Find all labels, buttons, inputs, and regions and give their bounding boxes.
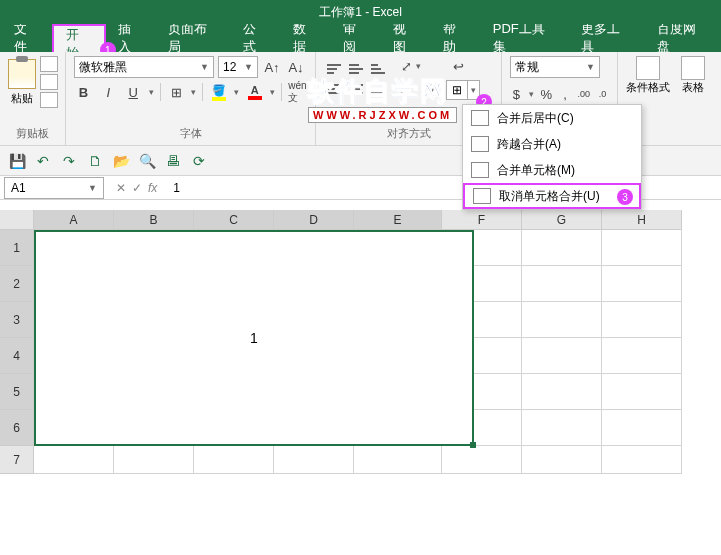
cell[interactable] xyxy=(602,338,682,374)
cell[interactable] xyxy=(602,230,682,266)
align-left-icon[interactable] xyxy=(324,79,344,97)
percent-button[interactable]: % xyxy=(540,84,553,104)
chevron-down-icon[interactable]: ▾ xyxy=(529,89,534,99)
menu-review[interactable]: 审阅 xyxy=(331,24,381,52)
number-format-select[interactable]: 常规 ▼ xyxy=(510,56,600,78)
decrease-decimal-icon[interactable]: .0 xyxy=(596,84,609,104)
redo-icon[interactable]: ↷ xyxy=(60,152,78,170)
cell[interactable] xyxy=(602,374,682,410)
chevron-down-icon[interactable]: ▾ xyxy=(270,87,275,97)
row-header[interactable]: 7 xyxy=(0,446,34,474)
merge-across-item[interactable]: 跨越合并(A) xyxy=(463,131,641,157)
increase-font-icon[interactable]: A↑ xyxy=(262,57,282,77)
cell[interactable] xyxy=(602,266,682,302)
align-right-icon[interactable] xyxy=(368,79,388,97)
merge-center-item[interactable]: 合并后居中(C) xyxy=(463,105,641,131)
col-header[interactable]: D xyxy=(274,210,354,230)
format-painter-icon[interactable] xyxy=(40,92,58,108)
row-header[interactable]: 1 xyxy=(0,230,34,266)
phonetic-button[interactable]: wén文 xyxy=(288,82,307,102)
cancel-formula-icon[interactable]: ✕ xyxy=(116,181,126,195)
cell[interactable] xyxy=(354,446,442,474)
cell[interactable] xyxy=(522,338,602,374)
col-header[interactable]: E xyxy=(354,210,442,230)
border-button[interactable]: ⊞ xyxy=(167,82,186,102)
cell[interactable] xyxy=(442,446,522,474)
cell[interactable] xyxy=(602,410,682,446)
font-name-select[interactable]: 微软雅黑 ▼ xyxy=(74,56,214,78)
row-header[interactable]: 5 xyxy=(0,374,34,410)
currency-button[interactable]: $ xyxy=(510,84,523,104)
font-color-button[interactable]: A xyxy=(245,82,264,102)
save-icon[interactable]: 💾 xyxy=(8,152,26,170)
col-header[interactable]: B xyxy=(114,210,194,230)
col-header[interactable]: H xyxy=(602,210,682,230)
name-box[interactable]: A1 ▼ xyxy=(4,177,104,199)
merge-cells-item[interactable]: 合并单元格(M) xyxy=(463,157,641,183)
merged-cell-selection[interactable]: 1 xyxy=(34,230,474,446)
decrease-font-icon[interactable]: A↓ xyxy=(286,57,306,77)
cell[interactable] xyxy=(522,446,602,474)
row-header[interactable]: 6 xyxy=(0,410,34,446)
menu-formula[interactable]: 公式 xyxy=(231,24,281,52)
cell[interactable] xyxy=(522,266,602,302)
menu-data[interactable]: 数据 xyxy=(281,24,331,52)
conditional-format-button[interactable]: 条件格式 xyxy=(626,56,670,95)
col-header[interactable]: A xyxy=(34,210,114,230)
cell[interactable] xyxy=(522,374,602,410)
col-header[interactable]: C xyxy=(194,210,274,230)
accept-formula-icon[interactable]: ✓ xyxy=(132,181,142,195)
bold-button[interactable]: B xyxy=(74,82,93,102)
table-format-button[interactable]: 表格 xyxy=(678,56,708,95)
cell[interactable] xyxy=(522,230,602,266)
fx-icon[interactable]: fx xyxy=(148,181,157,195)
cell[interactable] xyxy=(274,446,354,474)
increase-decimal-icon[interactable]: .00 xyxy=(577,84,590,104)
menu-pdf[interactable]: PDF工具集 xyxy=(481,24,570,52)
chevron-down-icon[interactable]: ▾ xyxy=(416,61,421,71)
col-header[interactable]: F xyxy=(442,210,522,230)
align-bottom-icon[interactable] xyxy=(368,59,388,77)
new-icon[interactable]: 🗋 xyxy=(86,152,104,170)
italic-button[interactable]: I xyxy=(99,82,118,102)
cell[interactable] xyxy=(602,302,682,338)
menu-help[interactable]: 帮助 xyxy=(431,24,481,52)
chevron-down-icon[interactable]: ▾ xyxy=(234,87,239,97)
cell[interactable] xyxy=(34,446,114,474)
menu-file[interactable]: 文件 xyxy=(2,24,52,52)
menu-more[interactable]: 更多工具 xyxy=(569,24,645,52)
print-preview-icon[interactable]: 🔍 xyxy=(138,152,156,170)
align-center-icon[interactable] xyxy=(346,79,366,97)
wrap-text-button[interactable]: ↩ xyxy=(446,56,470,76)
cell[interactable] xyxy=(602,446,682,474)
row-header[interactable]: 4 xyxy=(0,338,34,374)
merge-cells-button[interactable]: ⊞ xyxy=(446,80,468,100)
chevron-down-icon[interactable]: ▾ xyxy=(149,87,154,97)
paste-button[interactable]: 粘贴 xyxy=(8,59,36,106)
fill-color-button[interactable]: 🪣 xyxy=(209,82,228,102)
cut-icon[interactable] xyxy=(40,56,58,72)
refresh-icon[interactable]: ⟳ xyxy=(190,152,208,170)
align-middle-icon[interactable] xyxy=(346,59,366,77)
cell[interactable] xyxy=(522,302,602,338)
cell[interactable] xyxy=(194,446,274,474)
print-icon[interactable]: 🖶 xyxy=(164,152,182,170)
align-top-icon[interactable] xyxy=(324,59,344,77)
menu-layout[interactable]: 页面布局 xyxy=(156,24,232,52)
undo-icon[interactable]: ↶ xyxy=(34,152,52,170)
cell[interactable] xyxy=(522,410,602,446)
menu-baidu[interactable]: 百度网盘 xyxy=(645,24,721,52)
unmerge-cells-item[interactable]: 取消单元格合并(U) 3 xyxy=(463,183,641,209)
chevron-down-icon[interactable]: ▾ xyxy=(191,87,196,97)
copy-icon[interactable] xyxy=(40,74,58,90)
select-all-corner[interactable] xyxy=(0,210,34,230)
orientation-button[interactable]: ⤢ xyxy=(396,56,416,76)
row-header[interactable]: 2 xyxy=(0,266,34,302)
cell[interactable] xyxy=(114,446,194,474)
row-header[interactable]: 3 xyxy=(0,302,34,338)
font-size-select[interactable]: 12 ▼ xyxy=(218,56,258,78)
increase-indent-icon[interactable]: ⇥ xyxy=(418,80,438,100)
underline-button[interactable]: U xyxy=(124,82,143,102)
open-icon[interactable]: 📂 xyxy=(112,152,130,170)
decrease-indent-icon[interactable]: ⇤ xyxy=(396,80,416,100)
